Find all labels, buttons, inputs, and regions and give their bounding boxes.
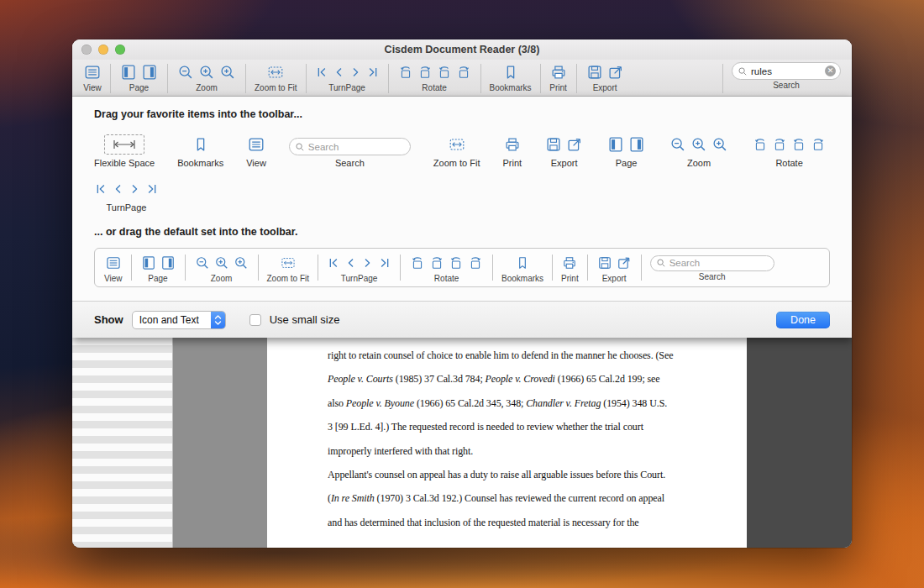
toolbar-item-rotate[interactable]: Rotate: [395, 61, 475, 92]
toolbar-view-label: View: [83, 83, 102, 92]
palette-export-label: Export: [551, 158, 578, 168]
toolbar-turnpage-label: TurnPage: [328, 83, 365, 92]
default-item-search: Search: [648, 255, 777, 281]
title-bar: Cisdem Document Reader (3/8): [72, 39, 852, 60]
toolbar-item-print[interactable]: Print: [547, 61, 570, 92]
default-toolbar-set[interactable]: View Page Zoom: [94, 248, 830, 287]
page-facing-icon: [140, 63, 159, 81]
rotate-right-icon: [771, 136, 788, 153]
palette-search-field[interactable]: [289, 138, 411, 155]
toolbar-bookmarks-label: Bookmarks: [490, 83, 532, 92]
page-margin-right: [747, 338, 852, 548]
toolbar-separator: [131, 255, 132, 281]
toolbar-separator: [258, 255, 259, 281]
palette-search-input[interactable]: [308, 142, 379, 152]
default-page-label: Page: [148, 274, 167, 283]
default-search-label: Search: [699, 272, 726, 281]
palette-item-flexible-space[interactable]: Flexible Space: [94, 134, 155, 168]
toolbar-separator: [245, 64, 246, 93]
show-mode-popup[interactable]: Icon and Text: [132, 311, 226, 329]
zoom-window-button[interactable]: [115, 45, 125, 55]
toolbar-search-input[interactable]: [751, 66, 822, 76]
palette-item-turnpage[interactable]: TurnPage: [94, 178, 159, 213]
toolbar-item-zoom-to-fit[interactable]: Zoom to Fit: [252, 61, 300, 92]
zoom-in-icon: [213, 255, 230, 271]
clear-search-icon[interactable]: ✕: [825, 66, 836, 76]
bookmark-icon: [514, 255, 531, 271]
default-item-page: Page: [138, 252, 179, 283]
toolbar-item-export[interactable]: Export: [583, 61, 627, 92]
toolbar-print-label: Print: [549, 83, 567, 92]
toolbar-item-search[interactable]: ✕ Search: [729, 61, 843, 90]
zoom-actual-icon: [711, 135, 729, 154]
search-icon: [738, 66, 748, 76]
last-page-icon: [377, 255, 391, 271]
toolbar-item-page[interactable]: Page: [117, 61, 161, 92]
rotate-left-icon: [752, 136, 769, 153]
zoom-to-fit-icon: [448, 135, 466, 154]
export-icon: [565, 135, 584, 154]
customize-toolbar-sheet: Drag your favorite items into the toolba…: [72, 97, 852, 338]
use-small-size-checkbox[interactable]: [249, 314, 261, 326]
next-page-icon: [360, 255, 375, 271]
bookmark-icon: [501, 63, 520, 81]
toolbar-search-field[interactable]: ✕: [732, 62, 841, 80]
thumbnail-sidebar[interactable]: [72, 338, 173, 548]
palette-search-label: Search: [335, 158, 365, 168]
toolbar-separator: [540, 64, 541, 93]
palette-item-bookmarks[interactable]: Bookmarks: [177, 134, 223, 168]
document-text-line: also People v. Byoune (1966) 65 Cal.2d 3…: [328, 391, 747, 415]
toolbar-item-zoom[interactable]: Zoom: [174, 61, 239, 92]
palette-item-view[interactable]: View: [246, 134, 266, 168]
document-text-line: People v. Courts (1985) 37 Cal.3d 784; P…: [328, 367, 747, 391]
close-button[interactable]: [81, 45, 92, 55]
sheet-footer: Show Icon and Text Use small size Done: [72, 301, 852, 338]
page-single-icon: [606, 135, 625, 154]
view-icon: [105, 255, 122, 271]
default-export-label: Export: [602, 274, 627, 283]
toolbar-item-view[interactable]: View: [81, 61, 104, 92]
palette-item-search[interactable]: Search: [289, 138, 411, 168]
toolbar-separator: [576, 64, 577, 93]
default-item-zoom: Zoom: [192, 252, 252, 283]
toolbar-separator: [318, 255, 318, 281]
palette-print-label: Print: [502, 158, 522, 168]
rotate-right-icon: [428, 255, 445, 271]
toolbar-item-bookmarks[interactable]: Bookmarks: [487, 61, 534, 92]
next-page-icon: [128, 181, 142, 197]
previous-page-icon: [344, 255, 358, 271]
toolbar-search-label: Search: [773, 81, 800, 90]
document-text-line: (In re Smith (1970) 3 Cal.3d 192.) Couns…: [328, 486, 747, 510]
palette-item-page[interactable]: Page: [606, 134, 646, 168]
default-zoom-label: Zoom: [211, 274, 233, 283]
toolbar-separator: [110, 64, 111, 93]
rotate-left-icon: [397, 64, 414, 81]
toolbar-zoom-to-fit-label: Zoom to Fit: [255, 83, 297, 92]
printer-icon: [561, 255, 578, 271]
toolbar-export-label: Export: [593, 83, 617, 92]
previous-page-icon: [111, 181, 125, 197]
palette-bookmarks-label: Bookmarks: [177, 158, 223, 168]
export-icon: [606, 63, 625, 81]
palette-item-rotate[interactable]: Rotate: [752, 134, 827, 168]
palette-item-print[interactable]: Print: [502, 134, 522, 168]
rotate-right-icon: [417, 64, 433, 81]
minimize-button[interactable]: [98, 45, 108, 55]
main-toolbar: View Page Zoom Zoom to Fit: [72, 60, 852, 97]
default-search-field: [650, 255, 774, 271]
palette-turnpage-label: TurnPage: [107, 202, 147, 213]
toolbar-item-turnpage[interactable]: TurnPage: [312, 61, 382, 92]
window-title: Cisdem Document Reader (3/8): [385, 44, 540, 55]
palette-zoom-label: Zoom: [687, 158, 711, 168]
bookmark-icon: [192, 135, 210, 154]
palette-item-export[interactable]: Export: [544, 134, 584, 168]
default-item-turnpage: TurnPage: [324, 252, 394, 283]
toolbar-separator: [641, 255, 642, 281]
done-button[interactable]: Done: [776, 312, 830, 328]
first-page-icon: [94, 181, 108, 197]
document-page: right to retain counsel of choice to ena…: [267, 338, 747, 548]
palette-item-zoom[interactable]: Zoom: [669, 134, 729, 168]
printer-icon: [549, 63, 568, 81]
flexible-space-icon: [110, 138, 139, 151]
palette-item-zoom-to-fit[interactable]: Zoom to Fit: [433, 134, 480, 168]
